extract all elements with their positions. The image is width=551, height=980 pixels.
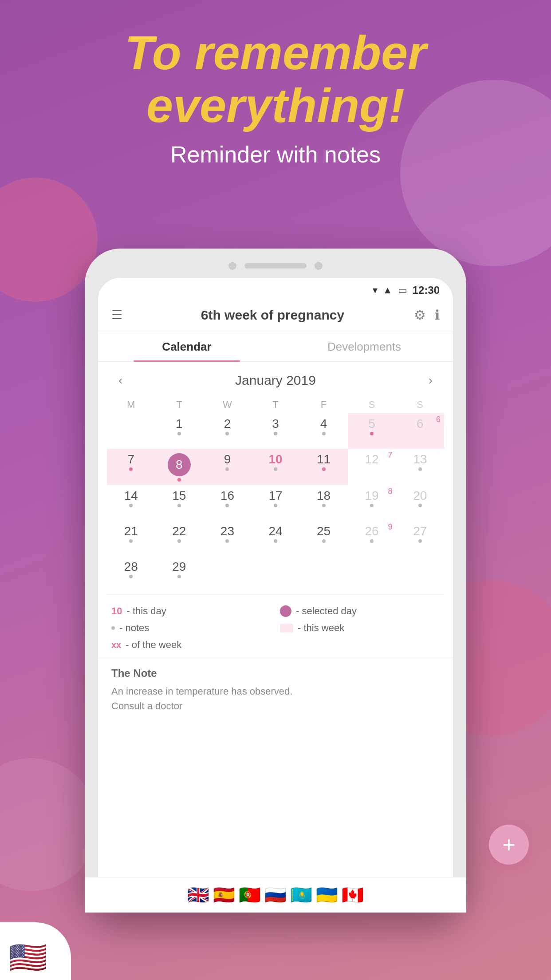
cal-empty-2	[252, 556, 300, 592]
sensor-dot	[315, 262, 323, 270]
calendar-grid: 1 2 3 4 5	[107, 413, 444, 592]
legend-selected-circle	[280, 605, 291, 617]
cal-dot-10	[274, 467, 277, 471]
cal-day-15[interactable]: 15	[155, 485, 204, 521]
cal-dot-18	[322, 504, 326, 507]
cal-day-num-25: 25	[317, 525, 331, 537]
flag-ca[interactable]: 🇨🇦	[342, 885, 364, 899]
prev-month-button[interactable]: ‹	[111, 371, 130, 390]
info-icon[interactable]: ℹ	[435, 307, 440, 323]
hero-section: To remember everything! Reminder with no…	[0, 27, 551, 168]
flag-ru[interactable]: 🇷🇺	[264, 885, 287, 899]
phone-screen: ▾ ▲ ▭ 12:30 ☰ 6th week of pregnancy ⚙ ℹ …	[98, 278, 453, 899]
cal-day-19[interactable]: 8 19	[348, 485, 396, 521]
next-month-button[interactable]: ›	[421, 371, 440, 390]
cal-day-27[interactable]: 27	[396, 521, 444, 556]
cal-day-9[interactable]: 9	[203, 449, 252, 485]
legend-notes-dot	[111, 626, 115, 630]
menu-icon[interactable]: ☰	[111, 308, 122, 322]
cal-day-28[interactable]: 28	[107, 556, 155, 592]
cal-empty-4	[348, 556, 396, 592]
cal-day-11[interactable]: 11	[299, 449, 348, 485]
cal-day-10[interactable]: 10	[252, 449, 300, 485]
cal-day-num-28: 28	[124, 561, 138, 573]
calendar-legend: 10 - this day - selected day - notes - t…	[98, 595, 453, 658]
status-bar: ▾ ▲ ▭ 12:30	[98, 278, 453, 299]
bg-decoration-bottom-left	[0, 758, 98, 891]
cal-dot-19	[370, 504, 374, 507]
cal-day-24[interactable]: 24	[252, 521, 300, 556]
cal-day-8[interactable]: 8	[155, 449, 204, 485]
cal-dot-14	[129, 504, 133, 507]
flag-ua[interactable]: 🇺🇦	[316, 885, 338, 899]
cal-day-16[interactable]: 16	[203, 485, 252, 521]
cal-day-2[interactable]: 2	[203, 413, 252, 449]
cal-day-num-1: 1	[176, 418, 183, 430]
flag-es[interactable]: 🇪🇸	[213, 885, 235, 899]
cal-day-num-26: 26	[365, 525, 379, 537]
cal-day-25[interactable]: 25	[299, 521, 348, 556]
week-num-6: 6	[436, 415, 441, 424]
settings-icon[interactable]: ⚙	[414, 307, 426, 323]
cal-day-4[interactable]: 4	[299, 413, 348, 449]
cal-day-26[interactable]: 9 26	[348, 521, 396, 556]
cal-day-empty1[interactable]	[107, 413, 155, 449]
cal-dot-24	[274, 539, 277, 543]
tab-developments[interactable]: Developments	[276, 331, 453, 361]
flag-pt[interactable]: 🇵🇹	[239, 885, 261, 899]
cal-dot-25	[322, 539, 326, 543]
cal-day-3[interactable]: 3	[252, 413, 300, 449]
cal-day-6[interactable]: 6 6	[396, 413, 444, 449]
flag-gb[interactable]: 🇬🇧	[187, 885, 209, 899]
camera-dot	[228, 262, 236, 270]
cal-day-12[interactable]: 7 12	[348, 449, 396, 485]
cal-day-23[interactable]: 23	[203, 521, 252, 556]
cal-day-num-15: 15	[172, 490, 186, 502]
cal-dot-17	[274, 504, 277, 507]
legend-thisweek-label: - this week	[298, 622, 344, 634]
cal-day-5[interactable]: 5	[348, 413, 396, 449]
note-text: An increase in temperature has observed.…	[111, 684, 440, 713]
cal-day-num-7: 7	[127, 453, 134, 466]
cal-dot-4	[322, 432, 326, 435]
cal-empty-1	[203, 556, 252, 592]
cal-day-1[interactable]: 1	[155, 413, 204, 449]
cal-day-20[interactable]: 20	[396, 485, 444, 521]
flag-us[interactable]: 🇺🇸	[9, 939, 47, 976]
cal-day-num-14: 14	[124, 490, 138, 502]
cal-day-num-6: 6	[417, 418, 424, 430]
legend-thisweek: - this week	[280, 622, 440, 634]
tab-calendar[interactable]: Calendar	[98, 331, 276, 361]
cal-day-18[interactable]: 18	[299, 485, 348, 521]
cal-day-17[interactable]: 17	[252, 485, 300, 521]
flag-kz[interactable]: 🇰🇿	[290, 885, 312, 899]
cal-day-29[interactable]: 29	[155, 556, 204, 592]
us-flag-background: 🇺🇸	[0, 922, 71, 980]
battery-icon: ▭	[398, 285, 407, 296]
cal-day-22[interactable]: 22	[155, 521, 204, 556]
note-title: The Note	[111, 667, 440, 680]
cal-day-13[interactable]: 13	[396, 449, 444, 485]
legend-selected: - selected day	[280, 605, 440, 617]
cal-day-7[interactable]: 7	[107, 449, 155, 485]
signal-icon: ▲	[383, 285, 393, 296]
phone-outer: ▾ ▲ ▭ 12:30 ☰ 6th week of pregnancy ⚙ ℹ …	[85, 249, 466, 913]
day-headers: M T W T F S S	[107, 396, 444, 413]
week-num-8: 8	[388, 487, 392, 496]
cal-dot-29	[177, 575, 181, 578]
cal-day-num-3: 3	[272, 418, 279, 430]
legend-today-label: - this day	[126, 605, 166, 617]
add-button[interactable]: +	[489, 825, 529, 865]
cal-day-num-27: 27	[413, 525, 427, 537]
cal-day-num-5: 5	[368, 418, 375, 430]
legend-week-box	[280, 624, 293, 632]
day-header-sat: S	[348, 399, 396, 411]
bg-decoration-left	[0, 178, 98, 302]
hero-subtitle: Reminder with notes	[0, 141, 551, 168]
cal-day-14[interactable]: 14	[107, 485, 155, 521]
day-header-wed: W	[203, 399, 252, 411]
app-icon-group: ⚙ ℹ	[414, 307, 440, 323]
cal-dot-11	[322, 467, 326, 471]
cal-day-21[interactable]: 21	[107, 521, 155, 556]
day-header-sun: S	[396, 399, 444, 411]
